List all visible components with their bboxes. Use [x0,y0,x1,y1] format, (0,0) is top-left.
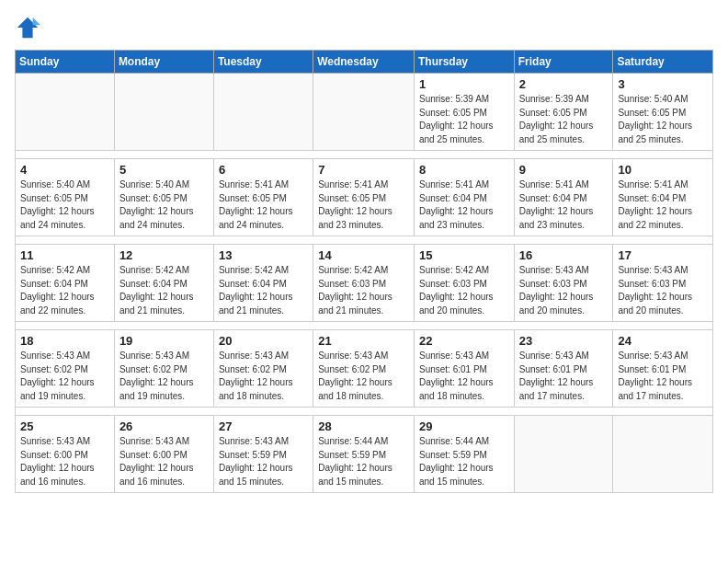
day-number: 10 [618,163,708,177]
weekday-header: Monday [114,51,213,74]
week-spacer [16,236,713,245]
day-detail: Sunrise: 5:43 AM Sunset: 6:00 PM Dayligh… [119,435,209,488]
day-number: 15 [419,248,509,262]
day-detail: Sunrise: 5:43 AM Sunset: 5:59 PM Dayligh… [219,435,308,488]
day-number: 13 [219,248,308,262]
calendar-day-cell: 7Sunrise: 5:41 AM Sunset: 6:05 PM Daylig… [313,159,415,236]
day-detail: Sunrise: 5:40 AM Sunset: 6:05 PM Dayligh… [119,178,209,232]
day-detail: Sunrise: 5:42 AM Sunset: 6:03 PM Dayligh… [419,264,509,317]
calendar-day-cell: 4Sunrise: 5:40 AM Sunset: 6:05 PM Daylig… [16,159,115,236]
calendar-day-cell [613,416,713,493]
day-detail: Sunrise: 5:42 AM Sunset: 6:04 PM Dayligh… [20,264,109,317]
day-detail: Sunrise: 5:41 AM Sunset: 6:04 PM Dayligh… [618,178,708,232]
logo-icon [15,15,40,40]
calendar-day-cell: 9Sunrise: 5:41 AM Sunset: 6:04 PM Daylig… [514,159,613,236]
week-spacer [16,408,713,416]
calendar-day-cell: 22Sunrise: 5:43 AM Sunset: 6:01 PM Dayli… [414,330,514,408]
calendar-day-cell: 29Sunrise: 5:44 AM Sunset: 5:59 PM Dayli… [414,416,514,493]
day-detail: Sunrise: 5:43 AM Sunset: 6:01 PM Dayligh… [618,350,708,403]
day-detail: Sunrise: 5:42 AM Sunset: 6:03 PM Dayligh… [318,264,409,317]
day-number: 17 [618,248,708,262]
day-detail: Sunrise: 5:41 AM Sunset: 6:05 PM Dayligh… [318,178,409,232]
day-number: 25 [20,419,109,433]
week-spacer [16,322,713,330]
calendar-day-cell: 1Sunrise: 5:39 AM Sunset: 6:05 PM Daylig… [414,74,514,151]
day-detail: Sunrise: 5:43 AM Sunset: 6:02 PM Dayligh… [318,350,409,403]
day-detail: Sunrise: 5:43 AM Sunset: 6:03 PM Dayligh… [519,264,609,317]
calendar-day-cell: 25Sunrise: 5:43 AM Sunset: 6:00 PM Dayli… [16,416,115,493]
calendar-day-cell: 19Sunrise: 5:43 AM Sunset: 6:02 PM Dayli… [114,330,213,408]
calendar-day-cell: 3Sunrise: 5:40 AM Sunset: 6:05 PM Daylig… [613,74,713,151]
calendar-day-cell: 15Sunrise: 5:42 AM Sunset: 6:03 PM Dayli… [414,245,514,322]
weekday-header: Wednesday [313,51,415,74]
calendar-day-cell [313,74,415,151]
calendar-day-cell [114,74,213,151]
calendar-week-row: 25Sunrise: 5:43 AM Sunset: 6:00 PM Dayli… [16,416,713,493]
day-number: 7 [318,163,409,177]
day-detail: Sunrise: 5:43 AM Sunset: 6:01 PM Dayligh… [519,350,609,403]
day-detail: Sunrise: 5:41 AM Sunset: 6:04 PM Dayligh… [519,178,609,232]
day-number: 24 [618,334,708,348]
calendar-day-cell: 10Sunrise: 5:41 AM Sunset: 6:04 PM Dayli… [613,159,713,236]
calendar-day-cell: 20Sunrise: 5:43 AM Sunset: 6:02 PM Dayli… [213,330,313,408]
calendar-day-cell: 27Sunrise: 5:43 AM Sunset: 5:59 PM Dayli… [213,416,313,493]
calendar-day-cell [16,74,115,151]
day-number: 28 [318,419,409,433]
day-number: 29 [419,419,509,433]
day-number: 6 [219,163,308,177]
calendar-header-row: SundayMondayTuesdayWednesdayThursdayFrid… [16,51,713,74]
day-detail: Sunrise: 5:43 AM Sunset: 6:02 PM Dayligh… [219,350,308,403]
week-spacer [16,151,713,159]
calendar-day-cell: 24Sunrise: 5:43 AM Sunset: 6:01 PM Dayli… [613,330,713,408]
calendar-day-cell: 2Sunrise: 5:39 AM Sunset: 6:05 PM Daylig… [514,74,613,151]
day-number: 27 [219,419,308,433]
calendar-day-cell: 21Sunrise: 5:43 AM Sunset: 6:02 PM Dayli… [313,330,415,408]
day-number: 3 [618,77,708,91]
weekday-header: Saturday [613,51,713,74]
day-detail: Sunrise: 5:43 AM Sunset: 6:03 PM Dayligh… [618,264,708,317]
day-number: 9 [519,163,609,177]
calendar-week-row: 18Sunrise: 5:43 AM Sunset: 6:02 PM Dayli… [16,330,713,408]
day-number: 1 [419,77,509,91]
day-number: 23 [519,334,609,348]
calendar-week-row: 1Sunrise: 5:39 AM Sunset: 6:05 PM Daylig… [16,74,713,151]
calendar-day-cell [213,74,313,151]
day-detail: Sunrise: 5:39 AM Sunset: 6:05 PM Dayligh… [519,93,609,146]
day-detail: Sunrise: 5:43 AM Sunset: 6:01 PM Dayligh… [419,350,509,403]
calendar-day-cell: 14Sunrise: 5:42 AM Sunset: 6:03 PM Dayli… [313,245,415,322]
day-number: 26 [119,419,209,433]
weekday-header: Tuesday [213,51,313,74]
calendar-day-cell: 16Sunrise: 5:43 AM Sunset: 6:03 PM Dayli… [514,245,613,322]
day-detail: Sunrise: 5:43 AM Sunset: 6:02 PM Dayligh… [20,350,109,403]
day-number: 5 [119,163,209,177]
day-number: 20 [219,334,308,348]
calendar-day-cell: 17Sunrise: 5:43 AM Sunset: 6:03 PM Dayli… [613,245,713,322]
calendar-table: SundayMondayTuesdayWednesdayThursdayFrid… [15,50,713,493]
day-number: 18 [20,334,109,348]
day-detail: Sunrise: 5:40 AM Sunset: 6:05 PM Dayligh… [20,178,109,232]
weekday-header: Thursday [414,51,514,74]
calendar-week-row: 11Sunrise: 5:42 AM Sunset: 6:04 PM Dayli… [16,245,713,322]
day-number: 21 [318,334,409,348]
calendar-day-cell: 18Sunrise: 5:43 AM Sunset: 6:02 PM Dayli… [16,330,115,408]
day-number: 11 [20,248,109,262]
day-detail: Sunrise: 5:44 AM Sunset: 5:59 PM Dayligh… [419,435,509,488]
logo [15,15,44,40]
calendar-day-cell: 8Sunrise: 5:41 AM Sunset: 6:04 PM Daylig… [414,159,514,236]
day-detail: Sunrise: 5:41 AM Sunset: 6:05 PM Dayligh… [219,178,308,232]
weekday-header: Sunday [16,51,115,74]
day-number: 22 [419,334,509,348]
day-number: 19 [119,334,209,348]
day-number: 8 [419,163,509,177]
calendar-week-row: 4Sunrise: 5:40 AM Sunset: 6:05 PM Daylig… [16,159,713,236]
page-header [15,15,713,40]
weekday-header: Friday [514,51,613,74]
calendar-day-cell: 23Sunrise: 5:43 AM Sunset: 6:01 PM Dayli… [514,330,613,408]
day-detail: Sunrise: 5:41 AM Sunset: 6:04 PM Dayligh… [419,178,509,232]
day-detail: Sunrise: 5:43 AM Sunset: 6:02 PM Dayligh… [119,350,209,403]
day-number: 2 [519,77,609,91]
calendar-day-cell: 26Sunrise: 5:43 AM Sunset: 6:00 PM Dayli… [114,416,213,493]
day-detail: Sunrise: 5:43 AM Sunset: 6:00 PM Dayligh… [20,435,109,488]
day-detail: Sunrise: 5:40 AM Sunset: 6:05 PM Dayligh… [618,93,708,146]
day-number: 12 [119,248,209,262]
